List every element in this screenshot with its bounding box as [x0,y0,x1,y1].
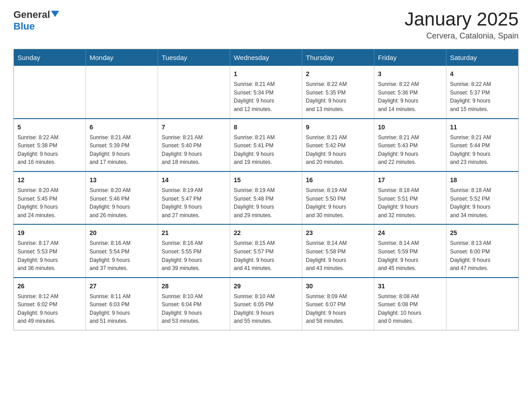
day-info: Sunrise: 8:20 AMSunset: 5:45 PMDaylight:… [17,186,82,219]
day-info: Sunrise: 8:10 AMSunset: 6:04 PMDaylight:… [162,292,226,325]
day-number: 16 [306,176,370,185]
calendar-cell: 17Sunrise: 8:18 AMSunset: 5:51 PMDayligh… [374,171,446,224]
logo-triangle-icon [51,11,59,17]
day-of-week-tuesday: Tuesday [158,49,230,66]
day-number: 26 [17,282,82,291]
day-info: Sunrise: 8:16 AMSunset: 5:55 PMDaylight:… [162,239,226,272]
day-of-week-monday: Monday [86,49,158,66]
day-info: Sunrise: 8:09 AMSunset: 6:07 PMDaylight:… [306,292,370,325]
day-of-week-sunday: Sunday [14,49,86,66]
day-info: Sunrise: 8:19 AMSunset: 5:50 PMDaylight:… [306,186,370,219]
calendar-cell: 22Sunrise: 8:15 AMSunset: 5:57 PMDayligh… [230,224,302,277]
calendar-week-5: 26Sunrise: 8:12 AMSunset: 6:02 PMDayligh… [14,278,519,330]
day-info: Sunrise: 8:21 AMSunset: 5:41 PMDaylight:… [234,133,298,167]
calendar-week-2: 5Sunrise: 8:22 AMSunset: 5:38 PMDaylight… [14,119,519,171]
calendar-cell: 21Sunrise: 8:16 AMSunset: 5:55 PMDayligh… [158,224,230,277]
page-header: General Blue January 2025 Cervera, Catal… [13,9,519,41]
calendar-cell: 26Sunrise: 8:12 AMSunset: 6:02 PMDayligh… [14,278,86,330]
calendar-cell [14,66,86,118]
calendar-cell: 9Sunrise: 8:21 AMSunset: 5:42 PMDaylight… [302,119,374,171]
day-info: Sunrise: 8:21 AMSunset: 5:39 PMDaylight:… [90,133,154,167]
day-number: 28 [162,282,226,291]
calendar-cell: 25Sunrise: 8:13 AMSunset: 6:00 PMDayligh… [446,224,519,277]
day-number: 25 [450,228,515,238]
day-number: 20 [90,228,154,238]
day-number: 3 [378,69,442,79]
day-info: Sunrise: 8:21 AMSunset: 5:40 PMDaylight:… [162,133,226,167]
day-number: 7 [162,123,226,132]
day-number: 18 [450,176,515,185]
day-info: Sunrise: 8:18 AMSunset: 5:51 PMDaylight:… [378,186,442,219]
day-info: Sunrise: 8:22 AMSunset: 5:35 PMDaylight:… [306,80,370,113]
day-number: 4 [450,69,515,79]
day-info: Sunrise: 8:15 AMSunset: 5:57 PMDaylight:… [234,239,298,272]
days-of-week-row: SundayMondayTuesdayWednesdayThursdayFrid… [14,49,519,66]
calendar-week-3: 12Sunrise: 8:20 AMSunset: 5:45 PMDayligh… [14,171,519,224]
day-number: 24 [378,228,442,238]
title-area: January 2025 Cervera, Catalonia, Spain [404,9,519,41]
day-number: 10 [378,123,442,132]
calendar-cell: 14Sunrise: 8:19 AMSunset: 5:47 PMDayligh… [158,171,230,224]
calendar-cell: 29Sunrise: 8:10 AMSunset: 6:05 PMDayligh… [230,278,302,330]
day-number: 19 [17,228,82,238]
day-info: Sunrise: 8:20 AMSunset: 5:46 PMDaylight:… [90,186,154,219]
day-info: Sunrise: 8:21 AMSunset: 5:34 PMDaylight:… [234,80,298,113]
day-info: Sunrise: 8:18 AMSunset: 5:52 PMDaylight:… [450,186,515,219]
calendar-cell: 2Sunrise: 8:22 AMSunset: 5:35 PMDaylight… [302,66,374,118]
day-number: 9 [306,123,370,132]
day-number: 27 [90,282,154,291]
calendar-cell: 5Sunrise: 8:22 AMSunset: 5:38 PMDaylight… [14,119,86,171]
day-number: 12 [17,176,82,185]
calendar-cell: 15Sunrise: 8:19 AMSunset: 5:48 PMDayligh… [230,171,302,224]
calendar-cell: 4Sunrise: 8:22 AMSunset: 5:37 PMDaylight… [446,66,519,118]
calendar-cell [86,66,158,118]
day-info: Sunrise: 8:19 AMSunset: 5:48 PMDaylight:… [234,186,298,219]
calendar-cell: 23Sunrise: 8:14 AMSunset: 5:58 PMDayligh… [302,224,374,277]
calendar-cell: 7Sunrise: 8:21 AMSunset: 5:40 PMDaylight… [158,119,230,171]
calendar-cell: 3Sunrise: 8:22 AMSunset: 5:36 PMDaylight… [374,66,446,118]
day-info: Sunrise: 8:21 AMSunset: 5:44 PMDaylight:… [450,133,515,167]
day-info: Sunrise: 8:13 AMSunset: 6:00 PMDaylight:… [450,239,515,272]
day-of-week-friday: Friday [374,49,446,66]
day-info: Sunrise: 8:08 AMSunset: 6:08 PMDaylight:… [378,292,442,325]
calendar-cell: 30Sunrise: 8:09 AMSunset: 6:07 PMDayligh… [302,278,374,330]
day-number: 1 [234,69,298,79]
day-info: Sunrise: 8:19 AMSunset: 5:47 PMDaylight:… [162,186,226,219]
calendar-cell: 18Sunrise: 8:18 AMSunset: 5:52 PMDayligh… [446,171,519,224]
day-number: 15 [234,176,298,185]
calendar-cell [158,66,230,118]
day-number: 11 [450,123,515,132]
day-info: Sunrise: 8:22 AMSunset: 5:36 PMDaylight:… [378,80,442,113]
day-info: Sunrise: 8:22 AMSunset: 5:37 PMDaylight:… [450,80,515,113]
calendar-cell: 27Sunrise: 8:11 AMSunset: 6:03 PMDayligh… [86,278,158,330]
day-info: Sunrise: 8:12 AMSunset: 6:02 PMDaylight:… [17,292,82,325]
day-number: 22 [234,228,298,238]
calendar-body: 1Sunrise: 8:21 AMSunset: 5:34 PMDaylight… [14,66,519,330]
day-number: 21 [162,228,226,238]
day-number: 2 [306,69,370,79]
day-of-week-wednesday: Wednesday [230,49,302,66]
logo: General Blue [13,9,59,32]
calendar-cell: 19Sunrise: 8:17 AMSunset: 5:53 PMDayligh… [14,224,86,277]
day-info: Sunrise: 8:14 AMSunset: 5:59 PMDaylight:… [378,239,442,272]
day-number: 8 [234,123,298,132]
calendar-cell [446,278,519,330]
day-info: Sunrise: 8:22 AMSunset: 5:38 PMDaylight:… [17,133,82,167]
day-info: Sunrise: 8:21 AMSunset: 5:43 PMDaylight:… [378,133,442,167]
calendar-cell: 31Sunrise: 8:08 AMSunset: 6:08 PMDayligh… [374,278,446,330]
day-info: Sunrise: 8:21 AMSunset: 5:42 PMDaylight:… [306,133,370,167]
day-info: Sunrise: 8:16 AMSunset: 5:54 PMDaylight:… [90,239,154,272]
day-info: Sunrise: 8:14 AMSunset: 5:58 PMDaylight:… [306,239,370,272]
day-number: 23 [306,228,370,238]
calendar-cell: 6Sunrise: 8:21 AMSunset: 5:39 PMDaylight… [86,119,158,171]
calendar-header: SundayMondayTuesdayWednesdayThursdayFrid… [14,49,519,66]
calendar-table: SundayMondayTuesdayWednesdayThursdayFrid… [13,49,519,330]
calendar-cell: 11Sunrise: 8:21 AMSunset: 5:44 PMDayligh… [446,119,519,171]
calendar-subtitle: Cervera, Catalonia, Spain [404,31,519,41]
day-info: Sunrise: 8:10 AMSunset: 6:05 PMDaylight:… [234,292,298,325]
day-number: 13 [90,176,154,185]
day-number: 6 [90,123,154,132]
calendar-cell: 28Sunrise: 8:10 AMSunset: 6:04 PMDayligh… [158,278,230,330]
calendar-cell: 16Sunrise: 8:19 AMSunset: 5:50 PMDayligh… [302,171,374,224]
day-info: Sunrise: 8:11 AMSunset: 6:03 PMDaylight:… [90,292,154,325]
